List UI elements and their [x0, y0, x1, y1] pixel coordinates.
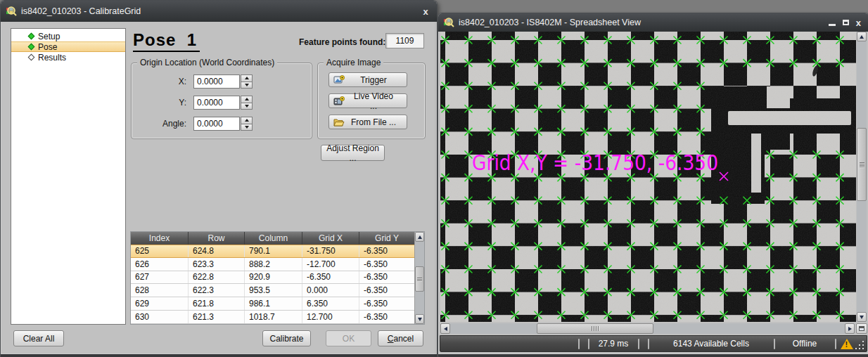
- y-spinner: [241, 96, 253, 110]
- resize-grip[interactable]: [855, 340, 864, 349]
- live-video-icon: [333, 96, 345, 106]
- connection-status: Offline: [775, 336, 834, 351]
- scroll-up-button[interactable]: [415, 232, 424, 242]
- cell-gridx: -6.350: [302, 271, 359, 284]
- status-separator: [638, 339, 639, 349]
- maximize-icon[interactable]: [843, 20, 849, 25]
- step-pending-icon: [28, 54, 35, 61]
- calibration-grid-image: Grid X,Y = -31.750, -6.350: [440, 32, 856, 322]
- from-file-button[interactable]: From File ...: [328, 115, 407, 129]
- angle-spinner: [241, 117, 253, 131]
- warning-indicator[interactable]: [838, 336, 855, 351]
- arrow-down-icon: [418, 318, 422, 321]
- spin-up-button[interactable]: [241, 96, 253, 103]
- close-icon[interactable]: x: [856, 18, 861, 27]
- trigger-icon: [333, 75, 345, 85]
- tree-item-setup[interactable]: Setup: [11, 31, 125, 41]
- tree-item-label: Pose: [38, 42, 57, 52]
- scrollbar-thumb[interactable]: [857, 128, 867, 201]
- cell-gridy: -6.350: [359, 311, 414, 323]
- table-row[interactable]: 629 621.8 986.1 6.350 -6.350: [131, 297, 414, 311]
- cell-column: 790.1: [245, 245, 302, 257]
- cell-column: 920.9: [245, 271, 302, 284]
- warning-icon: [841, 339, 853, 349]
- acquire-image-group: Acquire Image Trigger Live Video ...: [317, 63, 426, 139]
- adjust-region-button[interactable]: Adjust Region ...: [321, 145, 385, 161]
- spin-down-button[interactable]: [241, 82, 253, 89]
- scrollbar-thumb[interactable]: [537, 323, 653, 334]
- cell-index: 625: [131, 245, 189, 257]
- spin-down-button[interactable]: [241, 124, 253, 131]
- cancel-button[interactable]: Cancel: [378, 330, 423, 346]
- spin-down-button[interactable]: [241, 103, 253, 110]
- chevron-up-icon: [245, 98, 249, 100]
- chevron-up-icon: [245, 77, 249, 79]
- table-row[interactable]: 630 621.3 1018.7 12.700 -6.350: [131, 311, 414, 324]
- cell-gridy: -6.350: [359, 297, 414, 310]
- step-complete-icon: [28, 33, 35, 40]
- table-row[interactable]: 627 622.8 920.9 -6.350 -6.350: [131, 271, 414, 285]
- cell-row: 624.8: [189, 245, 245, 257]
- cell-column: 1018.7: [245, 311, 302, 323]
- arrow-left-icon: [444, 327, 447, 331]
- cell-index: 629: [131, 297, 189, 310]
- column-header[interactable]: Grid X: [302, 232, 359, 245]
- scroll-down-button[interactable]: [857, 312, 867, 322]
- table-row[interactable]: 626 623.3 888.2 -12.700 -6.350: [131, 258, 414, 271]
- table-row[interactable]: 628 622.3 953.5 0.000 -6.350: [131, 284, 414, 297]
- live-video-button[interactable]: Live Video ...: [328, 93, 407, 108]
- minimize-icon[interactable]: [829, 24, 836, 26]
- scroll-down-button[interactable]: [415, 314, 424, 324]
- image-vertical-scrollbar[interactable]: [857, 32, 867, 322]
- right-titlebar[interactable]: is8402_010203 - IS8402M - Spreadsheet Vi…: [438, 13, 868, 32]
- arrow-up-icon: [860, 35, 864, 39]
- y-field[interactable]: [193, 96, 240, 110]
- cell-row: 622.8: [189, 271, 245, 284]
- cell-row: 623.3: [189, 258, 245, 271]
- column-header[interactable]: Row: [189, 232, 245, 245]
- camera-image[interactable]: Grid X,Y = -31.750, -6.350: [440, 32, 856, 322]
- cell-row: 622.3: [189, 284, 245, 297]
- table-row[interactable]: 625 624.8 790.1 -31.750 -6.350: [131, 245, 414, 258]
- ok-button[interactable]: OK: [326, 330, 371, 346]
- arrow-down-icon: [860, 316, 864, 319]
- chevron-down-icon: [245, 84, 249, 86]
- open-folder-icon: [333, 117, 345, 127]
- scroll-up-button[interactable]: [857, 32, 867, 41]
- scrollbar-thumb[interactable]: [415, 266, 424, 292]
- spin-up-button[interactable]: [241, 117, 253, 124]
- left-titlebar[interactable]: is8402_010203 - CalibrateGrid x: [1, 1, 437, 22]
- table-scrollbar[interactable]: [414, 232, 424, 324]
- page-title: Pose 1: [133, 30, 200, 52]
- spin-up-button[interactable]: [241, 74, 253, 82]
- adjust-region-label: Adjust Region ...: [326, 143, 380, 163]
- cell-column: 986.1: [245, 297, 302, 310]
- viewport-corner-button[interactable]: [856, 323, 867, 334]
- angle-field[interactable]: [193, 117, 240, 131]
- y-label: Y:: [132, 98, 193, 108]
- close-icon[interactable]: x: [419, 7, 432, 16]
- trigger-button[interactable]: Trigger: [328, 72, 407, 87]
- column-header[interactable]: Column: [245, 232, 302, 245]
- cell-gridy: -6.350: [359, 245, 414, 257]
- scroll-right-button[interactable]: [845, 323, 855, 334]
- calibrate-grid-dialog: is8402_010203 - CalibrateGrid x Setup Po…: [0, 0, 438, 357]
- image-horizontal-scrollbar[interactable]: [440, 323, 855, 334]
- available-cells: 6143 Available Cells: [649, 336, 773, 351]
- arrow-right-icon: [848, 327, 852, 331]
- tree-item-pose[interactable]: Pose: [11, 41, 125, 52]
- cell-index: 626: [131, 258, 189, 271]
- from-file-label: From File ...: [350, 117, 402, 127]
- calibrate-button[interactable]: Calibrate: [262, 330, 311, 346]
- x-field[interactable]: [193, 74, 240, 89]
- left-window-title: is8402_010203 - CalibrateGrid: [21, 6, 141, 16]
- cell-gridx: -31.750: [302, 245, 359, 257]
- column-header[interactable]: Index: [131, 232, 189, 245]
- column-header[interactable]: Grid Y: [359, 232, 414, 245]
- scroll-left-button[interactable]: [440, 323, 450, 334]
- tree-item-results[interactable]: Results: [11, 52, 125, 63]
- acquisition-time: 27.9 ms: [589, 336, 637, 351]
- grid-xy-overlay-text: Grid X,Y = -31.750, -6.350: [472, 150, 718, 175]
- clear-all-button[interactable]: Clear All: [13, 330, 64, 346]
- feature-points-table: Index Row Column Grid X Grid Y 625 624.8…: [130, 231, 425, 325]
